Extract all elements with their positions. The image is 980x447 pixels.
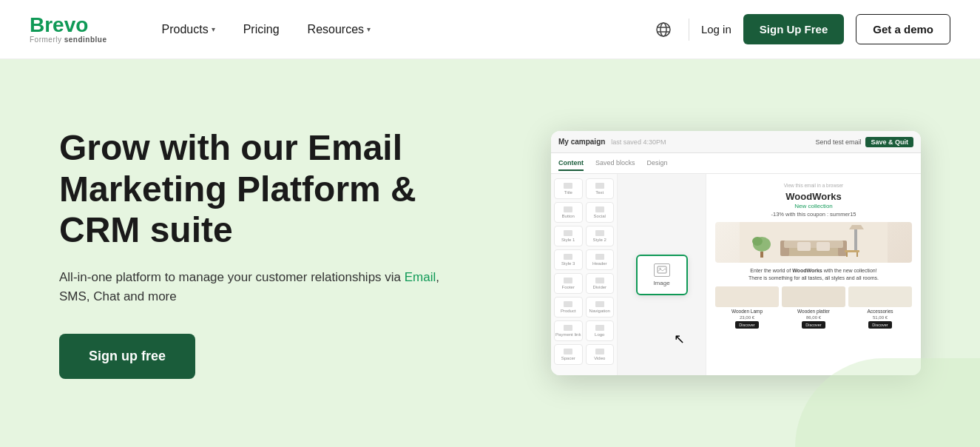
mockup-sidebar-item[interactable]: Social xyxy=(586,202,615,223)
svg-rect-20 xyxy=(856,252,858,257)
product2-price: 86,00 € xyxy=(806,315,821,320)
mockup-sidebar-item[interactable]: Text xyxy=(586,178,615,199)
svg-point-16 xyxy=(752,237,763,246)
mockup-sidebar-item[interactable]: Style 2 xyxy=(586,226,615,246)
nav-links: Products ▾ Pricing Resources ▾ xyxy=(152,17,650,42)
product1-name: Wooden Lamp xyxy=(731,309,763,314)
product1-price: 23,00 € xyxy=(740,315,754,320)
navigation-icon xyxy=(595,301,604,307)
logo-icon xyxy=(595,325,604,331)
login-link[interactable]: Log in xyxy=(701,23,731,36)
style1-icon xyxy=(564,230,572,236)
preview-product-1: Wooden Lamp 23,00 € Discover xyxy=(715,286,779,329)
svg-rect-19 xyxy=(846,252,848,257)
mockup-drag-area: Image ↖ xyxy=(618,174,706,375)
preview-coupon: -13% with this coupon : summer15 xyxy=(715,211,912,218)
logo[interactable]: Brevo Formerly sendinblue xyxy=(30,15,107,44)
mockup-sidebar-item[interactable]: Button xyxy=(554,202,583,223)
hero-right: My campaign last saved 4:30PM Send test … xyxy=(488,131,921,375)
chevron-down-icon: ▾ xyxy=(367,25,371,33)
svg-point-0 xyxy=(657,23,670,36)
drag-image-block[interactable]: Image xyxy=(636,255,688,295)
divider-icon xyxy=(595,278,604,283)
preview-product-2: Wooden platter 86,00 € Discover xyxy=(782,286,845,329)
mockup-sidebar-item[interactable]: Spacer xyxy=(554,344,583,365)
product1-image xyxy=(715,286,779,307)
hero-left: Grow with our Email Marketing Platform &… xyxy=(59,127,488,378)
mockup-tab-saved[interactable]: Saved blocks xyxy=(595,156,635,171)
hero-section: Grow with our Email Marketing Platform &… xyxy=(0,59,980,447)
chevron-down-icon: ▾ xyxy=(212,25,215,33)
mockup-sidebar-item[interactable]: Product xyxy=(554,297,583,317)
product2-name: Wooden platter xyxy=(797,309,830,314)
mockup-tab-content[interactable]: Content xyxy=(558,156,584,171)
svg-rect-13 xyxy=(854,229,857,250)
svg-rect-10 xyxy=(784,241,843,248)
mockup-tabs: Content Saved blocks Design xyxy=(551,153,921,174)
text-icon xyxy=(595,183,604,189)
preview-body-text: Enter the world of WoodWorks with the ne… xyxy=(715,267,912,282)
button-icon xyxy=(564,206,572,212)
mockup-sidebar: Title Text Button Social xyxy=(551,174,618,375)
mockup-tab-design[interactable]: Design xyxy=(647,156,668,171)
spacer-icon xyxy=(564,349,572,354)
header-icon xyxy=(595,254,604,260)
preview-brand: WoodWorks xyxy=(715,191,912,202)
preview-product-3: Accessories 51,00 € Discover xyxy=(848,286,912,329)
product3-name: Accessories xyxy=(867,309,893,314)
social-icon xyxy=(595,206,604,212)
mockup-sidebar-item[interactable]: Header xyxy=(586,249,615,270)
image-icon xyxy=(657,266,667,274)
hero-subtitle: All-in-one platform to manage your custo… xyxy=(59,268,444,307)
product1-discover[interactable]: Discover xyxy=(735,321,758,329)
brand-sub: Formerly sendinblue xyxy=(30,36,107,44)
mockup-topbar-right: Send test email Save & Quit xyxy=(815,137,913,147)
signup-nav-button[interactable]: Sign Up Free xyxy=(743,14,845,44)
language-selector[interactable] xyxy=(650,16,677,43)
style3-icon xyxy=(564,254,572,260)
product3-price: 51,00 € xyxy=(873,315,888,320)
mockup-send-test[interactable]: Send test email xyxy=(815,138,861,146)
mockup-sidebar-item[interactable]: Title xyxy=(554,178,583,199)
svg-rect-4 xyxy=(658,266,666,273)
style2-icon xyxy=(595,230,604,236)
mockup-save-quit[interactable]: Save & Quit xyxy=(865,137,913,147)
mockup-topbar: My campaign last saved 4:30PM Send test … xyxy=(551,131,921,153)
svg-rect-18 xyxy=(845,250,859,252)
svg-rect-17 xyxy=(760,252,763,258)
image-placeholder-icon xyxy=(654,263,670,277)
mockup-sidebar-item[interactable]: Logo xyxy=(586,320,615,341)
svg-point-1 xyxy=(660,23,666,36)
mockup-sidebar-item[interactable]: Divider xyxy=(586,273,615,294)
brand-name: Brevo xyxy=(30,15,107,36)
payment-icon xyxy=(564,325,572,331)
email-preview: View this email in a browser WoodWorks N… xyxy=(706,174,921,375)
demo-button[interactable]: Get a demo xyxy=(856,14,950,44)
image-block-label: Image xyxy=(653,280,669,286)
email-link[interactable]: Email xyxy=(405,270,436,284)
product3-discover[interactable]: Discover xyxy=(868,321,891,329)
mockup-window: My campaign last saved 4:30PM Send test … xyxy=(551,131,921,375)
mockup-sidebar-item[interactable]: Style 3 xyxy=(554,249,583,270)
nav-resources[interactable]: Resources ▾ xyxy=(297,17,381,42)
mockup-sidebar-item[interactable]: Style 1 xyxy=(554,226,583,246)
mockup-campaign-title: My campaign xyxy=(558,138,605,146)
mockup-sidebar-item[interactable]: Footer xyxy=(554,273,583,294)
mockup-sidebar-item[interactable]: Navigation xyxy=(586,297,615,317)
cursor-icon: ↖ xyxy=(674,331,685,347)
hero-title: Grow with our Email Marketing Platform &… xyxy=(59,127,488,250)
globe-icon xyxy=(655,21,672,38)
footer-icon xyxy=(564,278,572,283)
nav-pricing[interactable]: Pricing xyxy=(233,17,290,42)
preview-hero-image xyxy=(715,222,912,263)
product2-discover[interactable]: Discover xyxy=(802,321,825,329)
mockup-body: Title Text Button Social xyxy=(551,174,921,375)
nav-products[interactable]: Products ▾ xyxy=(152,17,226,42)
view-in-browser: View this email in a browser xyxy=(715,183,912,188)
mockup-sidebar-item[interactable]: Video xyxy=(586,344,615,365)
svg-rect-12 xyxy=(817,242,830,251)
mockup-sidebar-item[interactable]: Payment link xyxy=(554,320,583,341)
furniture-illustration xyxy=(715,222,912,263)
signup-hero-button[interactable]: Sign up free xyxy=(59,334,195,379)
preview-products: Wooden Lamp 23,00 € Discover Wooden plat… xyxy=(715,286,912,329)
